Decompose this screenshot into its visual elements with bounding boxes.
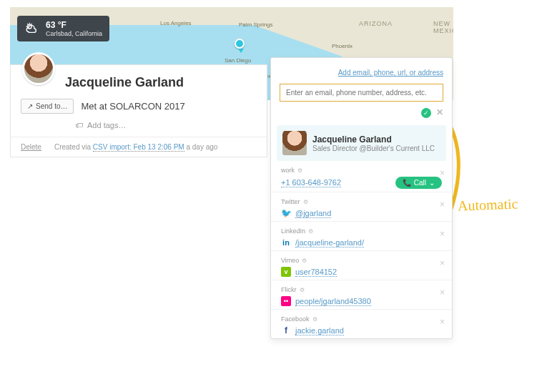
flickr-handle-link[interactable]: people/jgarland45380	[295, 297, 371, 306]
map-city-sandiego: San Diego	[225, 57, 251, 64]
weather-location: Carlsbad, California	[46, 30, 102, 37]
linkedin-handle-link[interactable]: /jacqueline-garland/	[295, 238, 364, 248]
section-label: Facebook	[281, 315, 310, 323]
contact-name: Jacqueline Garland	[65, 75, 257, 90]
call-label: Call	[414, 179, 426, 187]
annotation-label: Automatic	[458, 196, 518, 215]
card-meta: Delete Created via CSV import: Feb 13 2:…	[11, 137, 267, 157]
add-contact-info-link[interactable]: Add email, phone, url, or address	[338, 69, 443, 77]
send-to-button[interactable]: ↗ Send to…	[21, 99, 74, 114]
close-icon[interactable]: ×	[440, 317, 445, 327]
close-icon[interactable]: ×	[440, 200, 445, 210]
gear-icon[interactable]: ⚙	[297, 167, 302, 174]
section-twitter: × Twitter⚙ 🐦@jgarland	[271, 192, 452, 221]
close-icon[interactable]: ×	[440, 288, 445, 298]
section-label: Vimeo	[281, 257, 299, 264]
contact-info-input[interactable]	[280, 84, 443, 102]
weather-icon	[24, 21, 40, 36]
contact-note[interactable]: Met at SOLARCON 2017	[81, 101, 184, 112]
add-info-popover: Add email, phone, url, or address ✓ ✕ Ja…	[270, 57, 453, 339]
section-facebook: × Facebook⚙ fjackie.garland	[271, 309, 452, 338]
vimeo-handle-link[interactable]: user784152	[295, 268, 337, 277]
map-city-phoenix: Phoenix	[332, 43, 353, 49]
map-label-newmexico: NEW MEXIC	[433, 20, 453, 34]
gear-icon[interactable]: ⚙	[303, 199, 308, 205]
gear-icon[interactable]: ⚙	[312, 316, 317, 323]
contact-avatar[interactable]	[22, 52, 55, 85]
section-work: × work⚙ +1 603-648-9762 📞 Call ⌄	[271, 161, 452, 192]
section-vimeo: × Vimeo⚙ vuser784152	[271, 250, 452, 280]
section-label: work	[281, 167, 295, 174]
section-label: Flickr	[281, 286, 297, 293]
map-label-arizona: ARIZONA	[359, 20, 393, 27]
cancel-icon[interactable]: ✕	[436, 107, 443, 117]
twitter-icon: 🐦	[281, 208, 291, 218]
weather-chip: 63 °F Carlsbad, California	[17, 16, 109, 41]
facebook-handle-link[interactable]: jackie.garland	[295, 326, 344, 335]
add-tags-label: Add tags…	[87, 121, 126, 129]
linkedin-icon: in	[281, 237, 291, 248]
created-text: Created via CSV import: Feb 13 2:06 PM a…	[54, 143, 217, 151]
twitter-handle-link[interactable]: @jgarland	[295, 209, 331, 218]
delete-link[interactable]: Delete	[21, 143, 41, 151]
section-linkedin: × LinkedIn⚙ in/jacqueline-garland/	[271, 221, 452, 250]
close-icon[interactable]: ×	[440, 168, 445, 178]
chevron-down-icon: ⌄	[429, 179, 435, 187]
section-label: LinkedIn	[281, 227, 305, 235]
close-icon[interactable]: ×	[440, 258, 445, 268]
tag-icon: 🏷	[75, 121, 83, 129]
phone-icon: 📞	[403, 179, 411, 187]
matched-person-name: Jacqueline Garland	[312, 134, 435, 144]
facebook-icon: f	[281, 325, 291, 335]
vimeo-icon: v	[281, 267, 291, 277]
send-to-label: Send to…	[36, 102, 67, 110]
gear-icon[interactable]: ⚙	[308, 228, 313, 235]
contact-card: Jacqueline Garland ↗ Send to… Met at SOL…	[10, 64, 267, 157]
matched-person-avatar	[282, 131, 307, 155]
map-city-la: Los Angeles	[160, 20, 192, 26]
call-button[interactable]: 📞 Call ⌄	[395, 177, 442, 189]
map-pin-icon[interactable]	[235, 39, 245, 49]
add-tags-row[interactable]: 🏷 Add tags…	[75, 121, 257, 129]
weather-temp: 63 °F	[46, 20, 102, 30]
matched-person-card[interactable]: Jacqueline Garland Sales Director @Build…	[277, 125, 446, 161]
created-via-link[interactable]: CSV import: Feb 13 2:06 PM	[93, 143, 184, 152]
section-label: Twitter	[281, 198, 300, 205]
flickr-icon: ••	[281, 296, 291, 306]
section-flickr: × Flickr⚙ ••people/jgarland45380	[271, 280, 452, 309]
map-city-palmsprings: Palm Springs	[239, 21, 273, 28]
gear-icon[interactable]: ⚙	[300, 287, 305, 293]
close-icon[interactable]: ×	[440, 229, 445, 239]
confirm-icon[interactable]: ✓	[421, 108, 431, 118]
gear-icon[interactable]: ⚙	[302, 258, 307, 264]
share-icon: ↗	[27, 102, 33, 110]
matched-person-title: Sales Director @Builder's Current LLC	[312, 144, 435, 152]
work-phone-link[interactable]: +1 603-648-9762	[281, 178, 341, 187]
